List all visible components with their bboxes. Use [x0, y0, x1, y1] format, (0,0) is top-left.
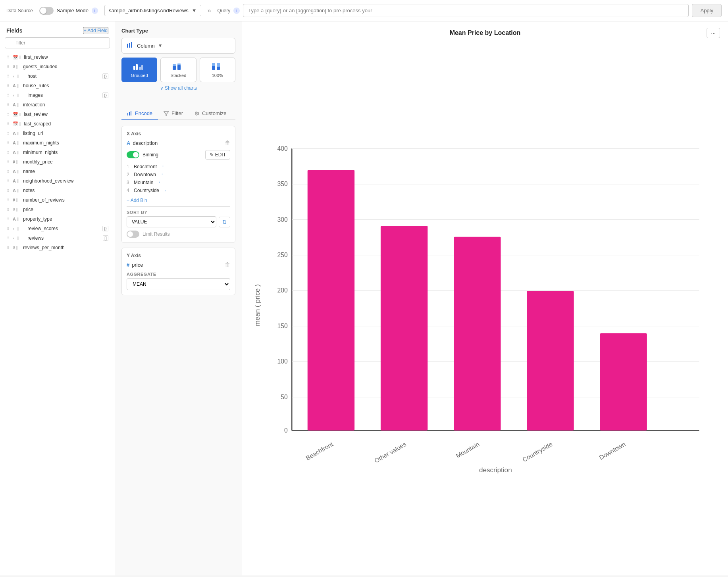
chart-panel: Mean Price by Location ··· mean ( price …: [242, 21, 728, 575]
field-type-icon: A: [13, 150, 16, 155]
bar-chart-wrapper: mean ( price ) 400 350 300 250 200: [250, 43, 720, 567]
drag-icon: ⠿: [6, 84, 10, 88]
field-item-property_type[interactable]: ⠿ A||| property_type: [0, 214, 115, 224]
field-item-name[interactable]: ⠿ A||| name: [0, 167, 115, 176]
datasource-label: Data Source: [6, 8, 33, 13]
x-label-downtown: Downtown: [598, 440, 626, 461]
chart-type-label: Column: [137, 43, 155, 49]
sort-select[interactable]: VALUE: [127, 216, 216, 227]
chart-menu-button[interactable]: ···: [707, 28, 720, 38]
bar-countryside: [527, 291, 574, 430]
chart-type-select[interactable]: Column ▼: [121, 38, 235, 54]
field-item-reviews[interactable]: ⠿ › ||| reviews []: [0, 233, 115, 243]
bin-edit-dot[interactable]: ⋮: [157, 180, 162, 185]
add-field-button[interactable]: + Add Field: [83, 27, 108, 34]
field-name-maximum_nights: maximum_nights: [23, 140, 108, 146]
field-item-first_review[interactable]: ⠿ 📅||| first_review: [0, 52, 115, 62]
chart-variant-100pct[interactable]: 100%: [200, 58, 235, 82]
apply-button[interactable]: Apply: [692, 4, 722, 17]
svg-rect-0: [127, 44, 128, 48]
field-name-name: name: [23, 169, 108, 174]
field-item-neighborhood_overview[interactable]: ⠿ A||| neighborhood_overview: [0, 176, 115, 186]
field-item-listing_url[interactable]: ⠿ A||| listing_url: [0, 129, 115, 138]
toggle-knob: [40, 8, 46, 14]
bin-item-beachfront: 1 Beachfront ⋮: [127, 163, 230, 171]
field-item-last_review[interactable]: ⠿ 📅||| last_review: [0, 110, 115, 119]
y-axis-delete-icon[interactable]: 🗑: [225, 262, 230, 268]
bin-number: 3: [127, 180, 131, 185]
datasource-select[interactable]: sample_airbnb.listingsAndReviews ▼: [104, 5, 201, 16]
svg-rect-2: [131, 42, 132, 48]
field-type-icons: A|||: [13, 217, 20, 221]
sample-mode-info-icon[interactable]: i: [92, 8, 98, 14]
drag-icon: ⠿: [6, 103, 10, 107]
field-type-icons: #|||: [13, 245, 20, 250]
binning-toggle[interactable]: [127, 151, 139, 158]
field-item-host[interactable]: ⠿ › ||| host {}: [0, 71, 115, 81]
field-item-maximum_nights[interactable]: ⠿ A||| maximum_nights: [0, 138, 115, 148]
svg-text:0: 0: [284, 427, 288, 434]
svg-point-23: [197, 113, 198, 114]
field-badge: {}: [102, 92, 108, 98]
middle-panel: Chart Type Column ▼: [115, 21, 242, 575]
svg-rect-5: [139, 67, 141, 70]
field-grip: |||: [17, 217, 18, 221]
binning-row: Binning ✎ EDIT: [127, 150, 230, 160]
field-item-review_scores[interactable]: ⠿ › ||| review_scores {}: [0, 224, 115, 233]
field-badge: {}: [102, 73, 108, 79]
field-item-interaction[interactable]: ⠿ A||| interaction: [0, 100, 115, 110]
svg-rect-10: [177, 63, 181, 65]
field-name-number_of_reviews: number_of_reviews: [23, 197, 108, 203]
limit-toggle[interactable]: [127, 231, 139, 238]
drag-icon: ⠿: [6, 179, 10, 183]
field-item-price[interactable]: ⠿ #||| price: [0, 205, 115, 214]
encode-section: Encode Filter Customize X Axis A descrip…: [121, 107, 235, 300]
tab-customize[interactable]: Customize: [189, 107, 232, 119]
bin-edit-dot[interactable]: ⋮: [163, 188, 168, 193]
query-info-icon[interactable]: i: [233, 8, 240, 14]
svg-rect-14: [217, 63, 220, 67]
bin-edit-dot[interactable]: ⋮: [161, 164, 165, 169]
field-item-images[interactable]: ⠿ › ||| images {}: [0, 90, 115, 100]
field-item-notes[interactable]: ⠿ A||| notes: [0, 186, 115, 195]
field-name-first_review: first_review: [24, 54, 108, 60]
show-all-charts-link[interactable]: ∨ Show all charts: [121, 85, 235, 91]
field-item-monthly_price[interactable]: ⠿ #||| monthly_price: [0, 157, 115, 167]
svg-rect-15: [127, 113, 128, 115]
drag-icon: ⠿: [6, 65, 10, 69]
chart-variant-grouped[interactable]: Grouped: [121, 58, 157, 82]
field-type-icons: A|||: [13, 102, 20, 107]
field-item-guests_included[interactable]: ⠿ #||| guests_included: [0, 62, 115, 71]
field-item-number_of_reviews[interactable]: ⠿ #||| number_of_reviews: [0, 195, 115, 205]
x-axis-delete-icon[interactable]: 🗑: [225, 140, 230, 146]
svg-rect-4: [136, 64, 138, 70]
field-type-icon: 📅: [13, 112, 18, 117]
drag-icon: ⠿: [6, 93, 10, 98]
sample-mode-toggle[interactable]: [39, 7, 54, 15]
field-item-reviews_per_month[interactable]: ⠿ #||| reviews_per_month: [0, 243, 115, 252]
bin-edit-dot[interactable]: ⋮: [160, 172, 164, 177]
y-axis-field-row: # price 🗑: [127, 262, 230, 268]
sort-direction-button[interactable]: ⇅: [219, 217, 230, 227]
field-type-icon: #: [13, 207, 15, 212]
bin-item-mountain: 3 Mountain ⋮: [127, 179, 230, 187]
chart-type-section: Chart Type Column ▼: [121, 28, 235, 91]
aggregate-select[interactable]: MEAN: [127, 278, 230, 290]
field-type-icons: |||: [17, 236, 24, 240]
field-item-minimum_nights[interactable]: ⠿ A||| minimum_nights: [0, 148, 115, 157]
field-item-last_scraped[interactable]: ⠿ 📅||| last_scraped: [0, 119, 115, 129]
chart-variant-stacked[interactable]: Stacked: [160, 58, 196, 82]
tab-encode[interactable]: Encode: [121, 107, 158, 120]
field-item-house_rules[interactable]: ⠿ A||| house_rules: [0, 81, 115, 90]
fields-search-input[interactable]: [5, 37, 110, 48]
field-grip: |||: [17, 169, 18, 173]
svg-text:300: 300: [277, 216, 288, 223]
svg-text:400: 400: [277, 145, 288, 152]
edit-binning-button[interactable]: ✎ EDIT: [205, 150, 230, 160]
chart-type-icon: [127, 41, 134, 50]
field-type-icons: 📅|||: [13, 121, 21, 127]
add-bin-button[interactable]: + Add Bin: [127, 198, 230, 203]
tab-filter[interactable]: Filter: [158, 107, 189, 119]
main-content: Fields + Add Field ⠿ 📅||| first_review ⠿…: [0, 21, 728, 575]
query-input[interactable]: [243, 4, 689, 17]
